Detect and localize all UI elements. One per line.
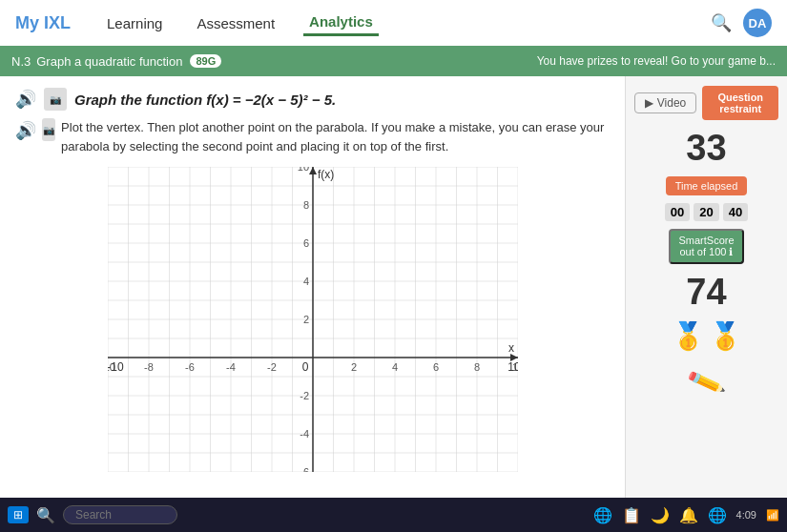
time-elapsed-button[interactable]: Time elapsed (666, 176, 748, 195)
breadcrumb-badge: 89G (190, 54, 221, 68)
medal-icon-1: 🥇 (672, 320, 705, 352)
nav-right-area: 🔍 DA (711, 9, 772, 37)
taskbar-icon-4[interactable]: 🔔 (679, 506, 698, 524)
windows-icon: ⊞ (13, 508, 23, 522)
instruction-speaker-icon[interactable]: 🔊 (15, 118, 36, 144)
graph-container[interactable] (108, 167, 518, 491)
time-elapsed-label: Time elapsed (675, 180, 738, 192)
taskbar-icon-1[interactable]: 🌐 (593, 506, 612, 524)
taskbar-right: 🌐 📋 🌙 🔔 🌐 4:09 📶 (593, 506, 779, 524)
breadcrumb-level: N.3 (11, 54, 31, 69)
start-button[interactable]: ⊞ (8, 506, 29, 523)
taskbar-search-input[interactable] (63, 505, 177, 524)
taskbar-icon-5[interactable]: 🌐 (708, 506, 727, 524)
timer-minutes: 20 (694, 203, 718, 221)
taskbar-icon-2[interactable]: 📋 (622, 506, 641, 524)
video-label: Video (657, 96, 686, 110)
breadcrumb-bar: N.3 Graph a quadratic function 89G You h… (0, 46, 787, 76)
top-navigation: My IXL Learning Assessment Analytics 🔍 D… (0, 0, 787, 46)
question-header: 🔊 📷 Graph the function f(x) = −2(x − 5)²… (15, 88, 610, 111)
smart-score-label-text: SmartScoreout of 100 ℹ (678, 235, 734, 257)
instruction-text: Plot the vertex. Then plot another point… (61, 118, 610, 155)
taskbar-icon-3[interactable]: 🌙 (651, 506, 670, 524)
question-restraint-button[interactable]: Questionrestraint (702, 86, 778, 120)
question-btn-label: Questionrestraint (717, 92, 763, 114)
breadcrumb-title: Graph a quadratic function (36, 54, 182, 69)
smart-score-button[interactable]: SmartScoreout of 100 ℹ (669, 229, 743, 264)
medals-area: 🥇 🥇 (672, 320, 742, 352)
video-play-icon: ▶ (645, 96, 653, 110)
problem-area: 🔊 📷 Graph the function f(x) = −2(x − 5)²… (0, 76, 625, 498)
taskbar-wifi-icon: 📶 (766, 509, 779, 522)
question-image-icon: 📷 (44, 88, 67, 111)
nav-link-analytics[interactable]: Analytics (303, 10, 379, 36)
speaker-icon[interactable]: 🔊 (15, 89, 36, 110)
smart-score-value: 74 (686, 272, 726, 313)
nav-link-assessment[interactable]: Assessment (191, 11, 280, 35)
question-text: Graph the function f(x) = −2(x − 5)² − 5… (74, 92, 336, 108)
instruction-image-icon: 📷 (42, 118, 55, 141)
video-button[interactable]: ▶ Video (634, 92, 696, 113)
search-taskbar-icon[interactable]: 🔍 (36, 506, 55, 524)
medal-icon-2: 🥇 (709, 320, 742, 352)
avatar[interactable]: DA (743, 9, 772, 37)
timer-seconds: 40 (723, 203, 748, 221)
prize-message: You have prizes to reveal! Go to your ga… (537, 54, 776, 68)
search-icon[interactable]: 🔍 (711, 12, 732, 33)
taskbar: ⊞ 🔍 🌐 📋 🌙 🔔 🌐 4:09 📶 (0, 498, 787, 532)
video-area: ▶ Video Questionrestraint (634, 86, 778, 120)
timer-display: 00 20 40 (665, 203, 748, 221)
instruction-area: 🔊 📷 Plot the vertex. Then plot another p… (15, 118, 610, 155)
question-count: 33 (686, 128, 726, 169)
nav-link-learning[interactable]: Learning (101, 11, 168, 35)
pencil-icon: ✏️ (685, 362, 727, 403)
graph-canvas[interactable] (108, 167, 518, 472)
app-logo[interactable]: My IXL (15, 13, 71, 33)
timer-hours: 00 (665, 203, 690, 221)
main-content: 🔊 📷 Graph the function f(x) = −2(x − 5)²… (0, 76, 787, 498)
right-panel: ▶ Video Questionrestraint 33 Time elapse… (625, 76, 787, 498)
taskbar-time: 4:09 (736, 509, 756, 521)
